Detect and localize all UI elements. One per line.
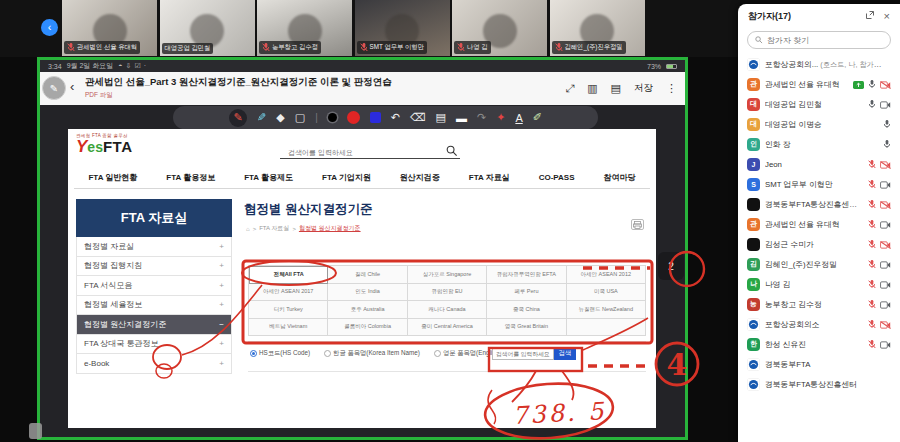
expand-icon[interactable]: + xyxy=(219,242,224,251)
sidebar-item[interactable]: 협정별 세율정보+ xyxy=(76,296,232,316)
participant-row[interactable]: 관관세법인 선율 유대혁 xyxy=(738,214,900,234)
site-search-input[interactable] xyxy=(280,145,430,156)
fta-table-cell[interactable]: 터키 Turkey xyxy=(249,301,328,319)
page-number-badge[interactable]: 2 xyxy=(658,252,684,280)
sidebar-item[interactable]: 협정별 집행지침+ xyxy=(76,257,232,277)
collapse-strip-button[interactable]: ‹ xyxy=(41,19,58,36)
redo-tool-icon[interactable]: ↷ xyxy=(477,111,486,124)
fta-table-cell[interactable]: 중국 China xyxy=(487,301,566,319)
radio-icon[interactable] xyxy=(250,350,257,357)
nav-item[interactable]: 참여마당 xyxy=(603,172,635,183)
expand-icon[interactable]: + xyxy=(219,359,224,368)
eraser-tool-icon[interactable]: ◆ xyxy=(276,111,284,124)
page-template-tool-icon[interactable]: ▤ xyxy=(436,111,446,124)
nav-item[interactable]: FTA 기업지원 xyxy=(322,172,371,183)
fta-table-cell[interactable]: 인도 India xyxy=(328,284,407,302)
participant-row[interactable]: 김김혜인_(주)진우정밀 xyxy=(738,254,900,274)
nav-item[interactable]: CO-PASS xyxy=(539,173,575,182)
expand-icon[interactable]: + xyxy=(219,281,224,290)
filter-radio[interactable]: HS코드(HS Code) xyxy=(250,349,310,358)
fta-table-cell[interactable]: 중미 Central America xyxy=(408,319,487,337)
participant-row[interactable]: 경북동부FTA통상진흥센터 채인수프로 xyxy=(738,194,900,214)
search-icon[interactable] xyxy=(446,143,458,161)
pen-green-tool-icon[interactable]: ✐ xyxy=(533,111,542,124)
save-button[interactable]: 저장 xyxy=(634,82,653,95)
fta-table-cell[interactable]: 콜롬비아 Colombia xyxy=(328,319,407,337)
participant-row[interactable]: 대대영공업 김민철 xyxy=(738,94,900,114)
radio-icon[interactable] xyxy=(324,350,331,357)
nav-item[interactable]: FTA 활용제도 xyxy=(244,172,293,183)
participant-row[interactable]: JJeon xyxy=(738,154,900,174)
fta-table-cell[interactable]: 페루 Peru xyxy=(487,284,566,302)
participant-row[interactable]: 포항상공회의소 xyxy=(738,314,900,334)
nav-item[interactable]: FTA 일반현황 xyxy=(88,172,137,183)
participant-row[interactable]: 나나영 김 xyxy=(738,274,900,294)
stroke-width-tool-icon[interactable]: ▬ xyxy=(456,112,467,124)
fta-table-cell[interactable]: 미국 USA xyxy=(567,284,646,302)
fta-table-cell[interactable]: 영국 Great Britain xyxy=(487,319,566,337)
participant-row[interactable]: SSMT 업무부 이형만 xyxy=(738,174,900,194)
participant-search-input[interactable] xyxy=(767,36,877,45)
video-tile[interactable]: 나영 김 xyxy=(452,0,547,56)
color-blue-swatch[interactable] xyxy=(370,112,381,123)
radio-icon[interactable] xyxy=(434,350,441,357)
fta-table-cell[interactable]: 캐나다 Canada xyxy=(408,301,487,319)
kebab-menu-icon[interactable]: ⋮ xyxy=(666,82,677,95)
fta-table-cell[interactable]: 뉴질랜드 NewZealand xyxy=(567,301,646,319)
participant-row[interactable]: 관관세법인 선율 유대혁 xyxy=(738,74,900,94)
back-button[interactable]: ‹ xyxy=(70,79,74,94)
filter-radio[interactable]: 한글 품목명(Korea Item Name) xyxy=(324,349,420,358)
nav-item[interactable]: FTA 자료실 xyxy=(469,172,510,183)
color-red-swatch[interactable] xyxy=(347,111,360,124)
expand-icon[interactable]: + xyxy=(219,339,224,348)
undo-tool-icon[interactable]: ↶ xyxy=(391,111,400,124)
fta-table-cell[interactable]: 칠레 Chile xyxy=(328,266,407,284)
video-tile[interactable]: 대영공업 김민철 xyxy=(160,0,255,56)
participant-row[interactable]: 인인화 장 xyxy=(738,134,900,154)
sidebar-item[interactable]: FTA 서식모음+ xyxy=(76,276,232,296)
text-tool-tool-icon[interactable]: A xyxy=(515,112,522,124)
nav-item[interactable]: FTA 활용정보 xyxy=(166,172,215,183)
participant-row[interactable]: 대대영공업 이명승 xyxy=(738,114,900,134)
expand-icon[interactable]: − xyxy=(219,320,224,329)
fta-table-cell[interactable]: 유럽자유무역연합 EFTA xyxy=(487,266,566,284)
participant-row[interactable]: 경북동부FTA통상진흥센터 xyxy=(738,374,900,394)
floating-tool-handle[interactable]: ✎ xyxy=(42,76,66,100)
sidebar-item[interactable]: 협정별 자료실+ xyxy=(76,237,232,257)
home-icon[interactable]: ⌂ xyxy=(246,226,250,232)
print-icon[interactable] xyxy=(631,219,644,230)
video-tile[interactable]: 김혜인_(주)진우정밀 xyxy=(550,0,645,56)
expand-icon[interactable]: + xyxy=(219,261,224,270)
select-rect-tool-icon[interactable]: ▢ xyxy=(295,111,305,124)
close-icon[interactable]: × xyxy=(884,11,890,22)
laser-pointer-tool-icon[interactable]: ✦ xyxy=(496,111,505,124)
fta-table-cell[interactable]: 전체All FTA xyxy=(249,266,328,284)
sidebar-item[interactable]: 협정별 원산지결정기준− xyxy=(76,315,232,335)
fullscreen-icon[interactable]: ⤢ xyxy=(565,82,574,95)
sidebar-item[interactable]: FTA 상대국 통관정보+ xyxy=(76,335,232,355)
sidebar-item[interactable]: e-Book+ xyxy=(76,354,232,374)
fta-table-cell[interactable]: 베트남 Vietnam xyxy=(249,319,328,337)
fta-table-cell[interactable]: 싱가포르 Singapore xyxy=(408,266,487,284)
video-tile[interactable]: 농부창고 김수정 xyxy=(257,0,352,56)
item-search-button[interactable]: 검색 xyxy=(554,347,576,360)
video-tile[interactable]: 관세법인 선율 유대혁 xyxy=(62,0,157,56)
color-black-swatch[interactable] xyxy=(328,113,337,122)
participant-row[interactable]: 경북동부FTA xyxy=(738,354,900,374)
item-search-input[interactable] xyxy=(492,347,554,360)
expand-icon[interactable]: + xyxy=(219,300,224,309)
erase-all-tool-icon[interactable]: ⌫ xyxy=(410,111,426,124)
fta-table-cell[interactable]: 유럽연합 EU xyxy=(408,284,487,302)
two-page-view-icon[interactable]: ▥ xyxy=(587,82,597,95)
nav-item[interactable]: 원산지검증 xyxy=(400,172,440,183)
pen-red-tool-icon[interactable]: ✎ xyxy=(229,109,247,127)
pen-blue-tool-icon[interactable]: ✎ xyxy=(257,111,266,124)
participant-row[interactable]: 포항상공회의... (호스트, 나, 참가자 ID: 510469) xyxy=(738,54,900,74)
participant-row[interactable]: 한한성 신유진 xyxy=(738,334,900,354)
fta-table-cell[interactable]: 아세안 ASEAN 2012 xyxy=(567,266,646,284)
drag-handle[interactable] xyxy=(29,423,42,439)
video-tile[interactable]: SMT 업무부 이형만 xyxy=(355,0,450,56)
fta-table-cell[interactable]: 아세안 ASEAN 2017 xyxy=(249,284,328,302)
fta-table-cell[interactable]: 호주 Australia xyxy=(328,301,407,319)
breadcrumb-parent[interactable]: FTA 자료실 xyxy=(259,224,289,233)
